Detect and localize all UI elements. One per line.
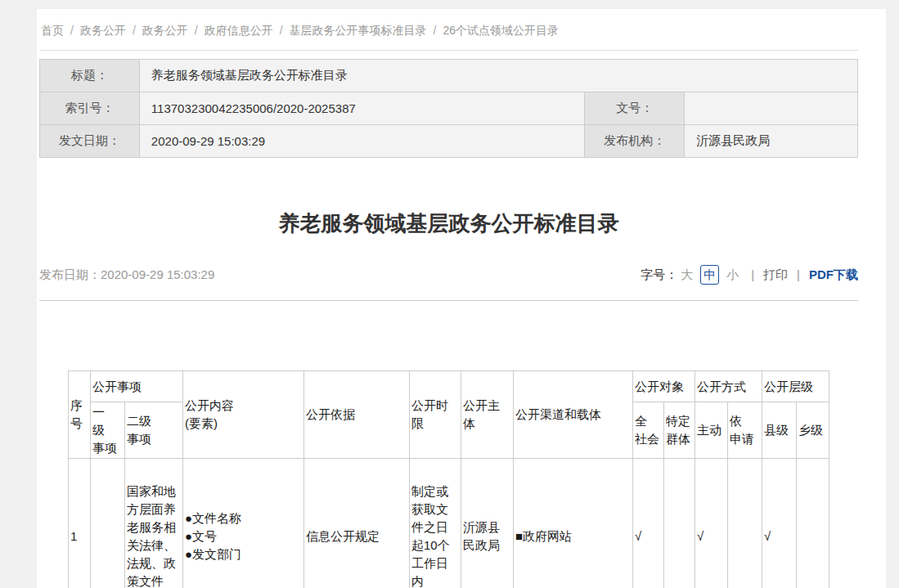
font-size-label: 字号： (641, 266, 677, 284)
content-card: 首页/政务公开/政务公开/政府信息公开/基层政务公开事项标准目录/26个试点领域… (37, 9, 886, 588)
col-header-target: 公开对象 (633, 371, 695, 402)
breadcrumb-separator: / (434, 24, 437, 37)
cell-level-county-check: √ (762, 459, 797, 588)
meta-label-agency: 发布机构： (585, 125, 685, 158)
cell-subject: 沂源县民政局 (461, 459, 514, 588)
col-header-matters: 公开事项 (91, 371, 183, 402)
col-header-level2: 二级 事项 (125, 402, 183, 459)
col-header-level1-line: 一 (92, 403, 123, 421)
breadcrumb-separator: / (70, 24, 74, 37)
breadcrumb-item-zhengwu-1[interactable]: 政务公开 (80, 24, 126, 37)
breadcrumb-item-current: 26个试点领域公开目录 (443, 24, 559, 37)
cell-basis: 信息公开规定 (304, 459, 410, 588)
col-header-content-line: (要素) (185, 415, 302, 433)
breadcrumb-separator: / (133, 24, 136, 37)
meta-label-issue-date: 发文日期： (40, 125, 140, 158)
cell-content: ●文件名称 ●文号 ●发文部门 (183, 459, 304, 588)
publish-date: 发布日期：2020-09-29 15:03:29 (39, 266, 214, 284)
toolbar-divider: | (797, 266, 800, 284)
col-header-level1: 一 级 事项 (91, 402, 125, 459)
cell-seq: 1 (69, 459, 91, 588)
cell-channel: ■政府网站 (514, 459, 633, 588)
col-header-basis: 公开依据 (304, 371, 410, 459)
cell-level-town-check (797, 459, 829, 588)
toolbar-divider: | (751, 266, 754, 284)
col-header-time-limit: 公开时限 (410, 371, 461, 459)
font-size-small-button[interactable]: 小 (726, 266, 739, 284)
col-header-target-all: 全 社会 (633, 402, 664, 459)
meta-value-doc-number (685, 92, 858, 125)
table-row: 1 国家和地方层面养老服务相关法律、法规、政策文件 ●文件名称 ●文号 ●发文部… (69, 459, 829, 588)
col-header-target-specific: 特定 群体 (664, 402, 695, 459)
cell-content-item: ●文件名称 (185, 509, 302, 527)
col-header-channel: 公开渠道和载体 (514, 371, 633, 459)
col-header-method-request-line: 申请 (730, 430, 760, 448)
col-header-content-line: 公开内容 (185, 397, 302, 415)
cell-content-item: ●发文部门 (185, 545, 302, 563)
meta-label-title: 标题： (40, 60, 140, 92)
print-button[interactable]: 打印 (763, 266, 788, 284)
meta-value-issue-date: 2020-09-29 15:03:29 (139, 125, 585, 158)
col-header-level2-line: 事项 (127, 430, 181, 448)
col-header-method-request: 依 申请 (728, 402, 762, 459)
col-header-level1-line: 级 (92, 421, 123, 439)
cell-content-item: ●文号 (185, 527, 302, 545)
col-header-target-all-line: 全 (635, 412, 662, 430)
col-header-seq: 序号 (69, 371, 91, 459)
breadcrumb-item-gov-info[interactable]: 政府信息公开 (205, 24, 273, 37)
col-header-method-request-line: 依 (730, 412, 760, 430)
meta-label-index: 索引号： (40, 92, 140, 125)
cell-target-specific-check (664, 459, 695, 588)
cell-time-limit: 制定或获取文件之日起10个工作日内 (410, 459, 461, 588)
cell-level2: 国家和地方层面养老服务相关法律、法规、政策文件 (125, 459, 183, 588)
col-header-target-specific-line: 群体 (666, 430, 693, 448)
publish-date-value: 2020-09-29 15:03:29 (101, 267, 214, 281)
page-title: 养老服务领域基层政务公开标准目录 (39, 210, 858, 237)
article-toolbar: 发布日期：2020-09-29 15:03:29 字号： 大 中 小 | 打印 … (39, 265, 858, 301)
col-header-method: 公开方式 (695, 371, 762, 402)
meta-table: 标题： 养老服务领域基层政务公开标准目录 索引号： 11370323004223… (39, 59, 858, 158)
col-header-level1-line: 事项 (92, 439, 123, 457)
col-header-subject: 公开主体 (461, 371, 514, 459)
col-header-content: 公开内容 (要素) (183, 371, 304, 459)
cell-method-request-check (728, 459, 762, 588)
breadcrumb-item-zhengwu-2[interactable]: 政务公开 (142, 24, 188, 37)
col-header-level2-line: 二级 (127, 412, 181, 430)
breadcrumb-separator: / (280, 24, 283, 37)
publish-date-label: 发布日期： (39, 267, 101, 281)
breadcrumb-item-home[interactable]: 首页 (41, 24, 64, 37)
cell-level1 (91, 459, 125, 588)
breadcrumb-separator: / (195, 24, 198, 37)
meta-label-doc-number: 文号： (585, 92, 685, 125)
font-size-large-button[interactable]: 大 (681, 266, 693, 284)
col-header-target-specific-line: 特定 (666, 412, 693, 430)
breadcrumb: 首页/政务公开/政务公开/政府信息公开/基层政务公开事项标准目录/26个试点领域… (39, 9, 858, 51)
meta-value-agency: 沂源县民政局 (685, 125, 858, 158)
pdf-download-button[interactable]: PDF下载 (809, 266, 858, 284)
col-header-level-town: 乡级 (797, 402, 829, 459)
breadcrumb-item-standard-catalog[interactable]: 基层政务公开事项标准目录 (290, 24, 427, 37)
standards-table: 序号 公开事项 公开内容 (要素) 公开依据 公开时限 公开主体 公开渠道和载体… (68, 370, 829, 588)
cell-target-all-check: √ (633, 459, 664, 588)
col-header-level-county: 县级 (762, 402, 797, 459)
font-size-medium-button[interactable]: 中 (700, 265, 719, 285)
meta-value-title: 养老服务领域基层政务公开标准目录 (139, 60, 857, 92)
cell-method-active-check: √ (695, 459, 728, 588)
col-header-level: 公开层级 (762, 371, 829, 402)
col-header-target-all-line: 社会 (635, 430, 662, 448)
meta-value-index: 113703230042235006/2020-2025387 (139, 92, 585, 125)
col-header-method-active: 主动 (695, 402, 728, 459)
